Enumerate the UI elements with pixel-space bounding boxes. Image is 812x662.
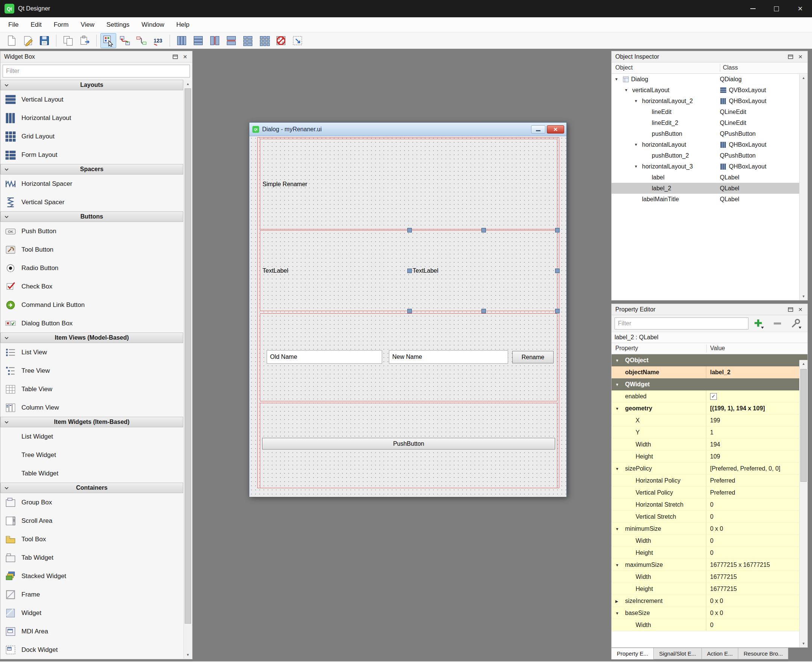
tab-action-e[interactable]: Action E...	[702, 648, 738, 659]
menu-window[interactable]: Window	[135, 17, 170, 32]
lay-out-in-grid-button[interactable]	[257, 33, 272, 48]
edit-tab-order-button[interactable]: 123	[150, 33, 166, 48]
tab-signal-slot-e[interactable]: Signal/Slot E...	[654, 648, 701, 659]
expand-arrow-icon[interactable]: ▼	[615, 611, 619, 615]
menu-settings[interactable]: Settings	[100, 17, 135, 32]
property-row-horizontal-stretch[interactable]: Horizontal Stretch0	[611, 499, 807, 511]
property-row-width[interactable]: Width0	[611, 619, 807, 631]
widget-tab-widget[interactable]: Tab Widget	[0, 548, 183, 567]
widget-stacked-widget[interactable]: Stacked Widget	[0, 567, 183, 585]
widget-radio-button[interactable]: Radio Button	[0, 259, 183, 277]
column-value[interactable]: Value	[710, 345, 725, 352]
horizontal-layout-outline[interactable]: PushButton	[260, 403, 557, 488]
widget-form-layout[interactable]: Form Layout	[0, 146, 183, 164]
expand-arrow-icon[interactable]: ▼	[634, 143, 640, 147]
property-row-height[interactable]: Height16777215	[611, 583, 807, 595]
scrollbar-track[interactable]	[799, 368, 807, 640]
inspector-row-label[interactable]: labelQLabel	[611, 172, 807, 183]
property-row-width[interactable]: Width0	[611, 535, 807, 547]
property-value-cell[interactable]: [Preferred, Preferred, 0, 0]	[706, 463, 807, 474]
widget-dock-widget[interactable]: Dock Widget	[0, 641, 183, 659]
rename-button[interactable]: Rename	[512, 351, 554, 363]
scrollbar-track[interactable]	[184, 88, 192, 651]
property-value-cell[interactable]: 194	[706, 439, 807, 450]
expand-arrow-icon[interactable]: ▼	[615, 563, 619, 567]
widget-tool-box[interactable]: Tool Box	[0, 530, 183, 548]
property-row-width[interactable]: Width16777215	[611, 571, 807, 583]
property-row-objectname[interactable]: objectNamelabel_2	[611, 366, 807, 378]
menu-form[interactable]: Form	[48, 17, 75, 32]
section-layouts[interactable]: Layouts	[0, 80, 183, 90]
widget-box-header[interactable]: Widget Box ✕	[0, 51, 192, 63]
property-value-cell[interactable]: 0 x 0	[706, 595, 807, 607]
close-button[interactable]: ✕	[788, 0, 812, 17]
scroll-down-icon[interactable]: ▼	[184, 651, 192, 659]
lay-out-vertically-button[interactable]	[190, 33, 206, 48]
expand-arrow-icon[interactable]: ▼	[615, 77, 621, 81]
vertical-layout-outline[interactable]: Simple Renamer TextLabel TextLabel	[257, 137, 559, 488]
property-value-cell[interactable]: 0	[706, 535, 807, 546]
property-row-x[interactable]: X199	[611, 415, 807, 427]
property-row-basesize[interactable]: ▼baseSize0 x 0	[611, 607, 807, 619]
push-button[interactable]: PushButton	[262, 438, 555, 450]
inspector-row-pushbutton-2[interactable]: pushButton_2QPushButton	[611, 150, 807, 161]
copy-button[interactable]	[60, 33, 76, 48]
property-value-cell[interactable]: Preferred	[706, 487, 807, 498]
menu-file[interactable]: File	[2, 17, 24, 32]
expand-arrow-icon[interactable]: ▼	[634, 164, 640, 169]
widget-table-view[interactable]: Table View	[0, 380, 183, 398]
scroll-up-icon[interactable]: ▲	[799, 360, 807, 368]
paste-button[interactable]	[77, 33, 93, 48]
checkbox-checked-icon[interactable]: ✓	[710, 393, 717, 400]
expand-arrow-icon[interactable]: ▼	[615, 406, 619, 410]
property-row-geometry[interactable]: ▼geometry[(199, 1), 194 x 109]	[611, 402, 807, 415]
form-minimize-button[interactable]	[531, 125, 546, 133]
widget-vertical-layout[interactable]: Vertical Layout	[0, 90, 183, 109]
form-dialog-titlebar[interactable]: Qt Dialog - myRenaner.ui ✕	[249, 123, 566, 136]
property-value-cell[interactable]: 16777215	[706, 583, 807, 595]
widget-scroll-area[interactable]: Scroll Area	[0, 511, 183, 530]
property-row-y[interactable]: Y1	[611, 427, 807, 439]
float-panel-icon[interactable]	[786, 52, 796, 61]
property-value-cell[interactable]: 16777215	[706, 571, 807, 583]
property-row-minimumsize[interactable]: ▼minimumSize0 x 0	[611, 523, 807, 535]
horizontal-layout-2-outline[interactable]: Old Name New Name Rename	[260, 313, 557, 401]
widget-dialog-button-box[interactable]: Dialog Button Box	[0, 314, 183, 333]
form-dialog-body[interactable]: Simple Renamer TextLabel TextLabel	[249, 136, 566, 497]
expand-arrow-icon[interactable]: ▼	[624, 88, 630, 92]
property-value-cell[interactable]: 109	[706, 451, 807, 462]
tab-property-e[interactable]: Property E...	[611, 648, 654, 659]
scroll-down-icon[interactable]: ▼	[799, 640, 807, 648]
edit-widgets-button[interactable]	[100, 33, 116, 48]
inspector-row-label-2[interactable]: label_2QLabel	[611, 183, 807, 194]
expand-arrow-icon[interactable]: ▼	[615, 358, 619, 362]
float-panel-icon[interactable]	[170, 52, 180, 61]
add-dynamic-property-icon[interactable]	[750, 317, 767, 329]
inspector-row-dialog[interactable]: ▼DialogQDialog	[611, 74, 807, 85]
expand-arrow-icon[interactable]: ▼	[615, 382, 619, 386]
column-object[interactable]: Object	[615, 64, 632, 71]
float-panel-icon[interactable]	[786, 305, 796, 314]
lay-out-in-form-layout-button[interactable]	[240, 33, 256, 48]
object-inspector-column-header[interactable]: Object Class	[611, 63, 807, 74]
object-inspector-scrollbar[interactable]: ▲ ▼	[799, 74, 807, 300]
widget-column-view[interactable]: Column View	[0, 398, 183, 417]
open-form-button[interactable]	[20, 33, 36, 48]
inspector-row-horizontallayout-2[interactable]: ▼horizontalLayout_2QHBoxLayout	[611, 96, 807, 106]
inspector-row-pushbutton[interactable]: pushButtonQPushButton	[611, 128, 807, 139]
property-value-cell[interactable]: Preferred	[706, 475, 807, 486]
minimize-button[interactable]	[741, 0, 765, 17]
object-inspector-header[interactable]: Object Inspector ✕	[611, 51, 807, 63]
property-row-vertical-policy[interactable]: Vertical PolicyPreferred	[611, 487, 807, 499]
property-value-cell[interactable]: 0 x 0	[706, 523, 807, 535]
maximize-button[interactable]	[765, 0, 788, 17]
property-row-maximumsize[interactable]: ▼maximumSize16777215 x 16777215	[611, 559, 807, 571]
column-class[interactable]: Class	[723, 64, 738, 71]
form-label-2[interactable]: TextLabel	[412, 267, 438, 274]
window-titlebar[interactable]: Qt Qt Designer ✕	[0, 0, 812, 17]
new-form-button[interactable]	[3, 33, 19, 48]
widget-push-button[interactable]: OKPush Button	[0, 222, 183, 240]
widget-grid-layout[interactable]: Grid Layout	[0, 127, 183, 146]
selection-handle[interactable]	[555, 309, 560, 313]
widget-tool-button[interactable]: Tool Button	[0, 240, 183, 259]
